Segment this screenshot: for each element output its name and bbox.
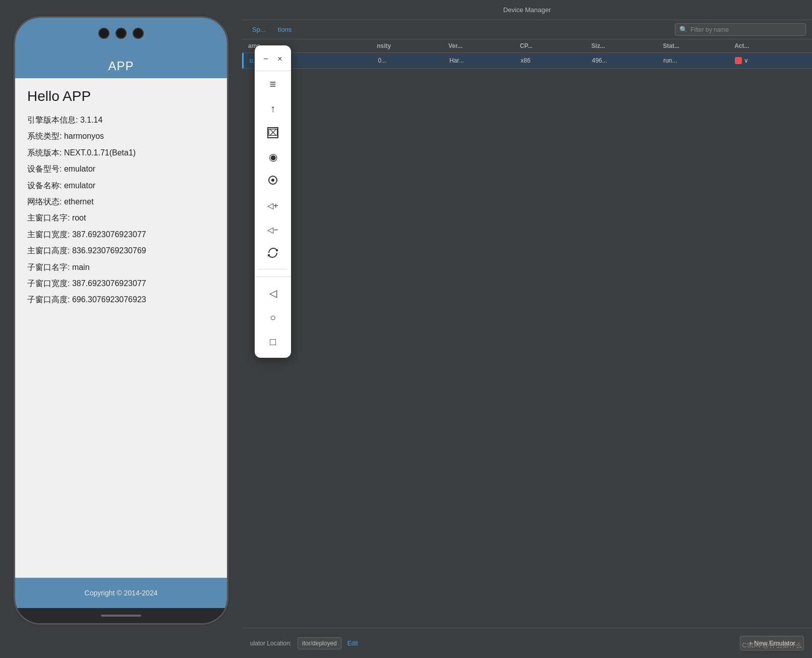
- row-status: run...: [663, 57, 734, 64]
- device-manager-panel: Device Manager Sp... tions 🔍 ame nsity V…: [242, 0, 812, 658]
- row-cpu: x86: [520, 57, 592, 64]
- dm-toolbar: Sp... tions 🔍: [242, 20, 812, 39]
- phone-home-bar: [15, 608, 227, 623]
- phone-footer-text: Copyright © 2014-2024: [85, 589, 158, 597]
- back-icon[interactable]: ◁: [262, 282, 284, 304]
- toolbar-divider: [258, 269, 287, 269]
- phone-frame: APP Hello APP 引擎版本信息: 3.1.14 系统类型: harmo…: [15, 18, 227, 623]
- info-line-3: 设备型号: emulator: [27, 163, 215, 175]
- col-cpu: CP...: [520, 42, 592, 49]
- info-line-5: 网络状态: ethernet: [27, 196, 215, 207]
- toolbar-top-controls: − ×: [255, 49, 291, 71]
- toolbar-nav-section: ◁ ○ □: [255, 277, 291, 354]
- menu-button[interactable]: ≡: [262, 73, 284, 95]
- col-size: Siz...: [592, 42, 663, 49]
- screenshot-icon[interactable]: [262, 170, 284, 192]
- info-line-4: 设备名称: emulator: [27, 180, 215, 191]
- col-actions: Act...: [734, 42, 806, 49]
- home-indicator: [101, 615, 141, 617]
- crop-icon[interactable]: ⌧: [262, 122, 284, 144]
- phone-emulator-container: APP Hello APP 引擎版本信息: 3.1.14 系统类型: harmo…: [0, 0, 242, 641]
- dm-filter-box[interactable]: 🔍: [675, 23, 806, 36]
- search-icon: 🔍: [679, 26, 687, 33]
- info-line-11: 子窗口高度: 696.3076923076923: [27, 294, 215, 305]
- minimize-button[interactable]: −: [259, 52, 272, 66]
- info-line-1: 系统类型: harmonyos: [27, 131, 215, 142]
- info-line-10: 子窗口宽度: 387.6923076923077: [27, 278, 215, 289]
- phone-footer: Copyright © 2014-2024: [15, 578, 227, 608]
- upload-icon[interactable]: ↑: [262, 97, 284, 120]
- record-icon[interactable]: ◉: [262, 146, 284, 168]
- status-stop-btn[interactable]: [735, 57, 742, 64]
- filter-input[interactable]: [690, 26, 801, 33]
- tab-sp[interactable]: Sp...: [248, 24, 270, 35]
- volume-down-icon[interactable]: ◁−: [262, 218, 284, 241]
- location-label: ulator Location:: [250, 640, 292, 647]
- col-version: Ver...: [448, 42, 520, 49]
- row-density: 0...: [378, 57, 449, 64]
- close-button[interactable]: ×: [273, 52, 286, 66]
- row-version: Har...: [449, 57, 520, 64]
- volume-up-icon[interactable]: ◁+: [262, 194, 284, 216]
- camera-dot-2: [115, 28, 127, 39]
- info-line-9: 子窗口名字: main: [27, 262, 215, 273]
- tab-tions[interactable]: tions: [274, 24, 296, 35]
- phone-cameras: [98, 28, 144, 39]
- col-density: nsity: [377, 42, 448, 49]
- side-toolbar: − × ≡ ↑ ⌧ ◉ ◁+ ◁−: [255, 45, 291, 358]
- dm-footer: ulator Location: itor/deployed Edit + Ne…: [242, 628, 812, 658]
- svg-point-1: [272, 179, 274, 181]
- edit-link[interactable]: Edit: [347, 640, 358, 647]
- phone-app-title: APP: [108, 59, 134, 73]
- info-line-8: 主窗口高度: 836.9230769230769: [27, 245, 215, 256]
- camera-dot-1: [98, 28, 109, 39]
- phone-top-bar: APP: [15, 18, 227, 78]
- dm-title-bar: Device Manager: [242, 0, 812, 20]
- dm-title: Device Manager: [503, 6, 551, 14]
- recents-icon[interactable]: □: [262, 331, 284, 353]
- phone-content: Hello APP 引擎版本信息: 3.1.14 系统类型: harmonyos…: [15, 78, 227, 578]
- col-status: Stat...: [663, 42, 734, 49]
- row-expand-chevron[interactable]: ∨: [744, 57, 748, 64]
- dm-table-header: ame nsity Ver... CP... Siz... Stat... Ac…: [242, 39, 812, 53]
- app-heading: Hello APP: [27, 88, 215, 104]
- row-size: 496...: [592, 57, 663, 64]
- row-actions: ∨: [735, 57, 806, 64]
- rotate-icon[interactable]: [262, 243, 284, 265]
- home-icon[interactable]: ○: [262, 306, 284, 328]
- camera-dot-3: [133, 28, 144, 39]
- table-row[interactable]: u... 0... Har... x86 496... run... ∨: [242, 53, 812, 69]
- info-line-6: 主窗口名字: root: [27, 212, 215, 224]
- info-line-2: 系统版本: NEXT.0.1.71(Beta1): [27, 147, 215, 158]
- info-line-7: 主窗口宽度: 387.6923076923077: [27, 229, 215, 240]
- csdn-watermark: CSDN @什么都什么: [742, 641, 802, 650]
- location-value: itor/deployed: [298, 637, 341, 649]
- info-line-0: 引擎版本信息: 3.1.14: [27, 115, 215, 126]
